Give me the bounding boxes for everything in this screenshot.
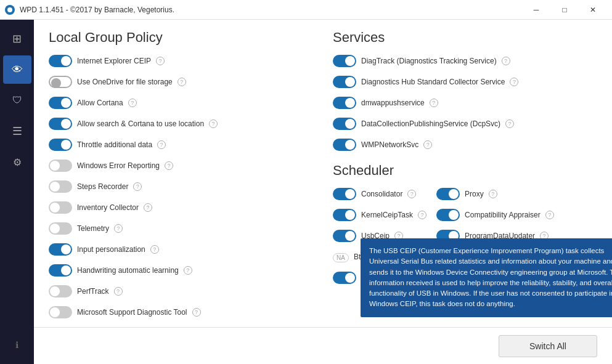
- help-icon[interactable]: ?: [184, 266, 192, 275]
- title-bar-controls: ─ □ ✕: [522, 0, 607, 20]
- item-label: Use OneDrive for file storage: [77, 78, 173, 86]
- onedrive-toggle[interactable]: [49, 76, 72, 88]
- title-bar-text: WPD 1.1.451 - ©2017 by Barnacle, Vegetor…: [20, 6, 174, 14]
- item-label: KernelCeipTask: [361, 211, 413, 219]
- list-item: Compatibility Appraiser ?: [436, 207, 554, 223]
- local-group-policy-section: Local Group Policy Internet Explorer CEI…: [49, 30, 313, 317]
- item-label: Consolidator: [361, 190, 402, 198]
- internet-explorer-ceip-toggle[interactable]: [49, 55, 72, 67]
- help-icon[interactable]: ?: [156, 57, 165, 65]
- list-item: KernelCeipTask ?: [333, 207, 426, 223]
- close-button[interactable]: ✕: [579, 0, 607, 20]
- item-label: DiagTrack (Diagnostics Tracking Service): [361, 57, 497, 65]
- help-icon[interactable]: ?: [505, 119, 514, 128]
- list-item: Allow search & Cortana to use location ?: [49, 116, 313, 132]
- telemetry-toggle[interactable]: [49, 222, 72, 235]
- list-item: dmwappushservice ?: [333, 95, 597, 111]
- windows-error-reporting-toggle[interactable]: [49, 160, 72, 172]
- list-item: Steps Recorder ?: [49, 179, 313, 195]
- sidebar-item-shield[interactable]: 🛡: [3, 86, 31, 115]
- sidebar-item-tools[interactable]: ⚙: [3, 148, 31, 176]
- item-label: DataCollectionPublishingService (DcpSvc): [361, 119, 500, 128]
- list-item: Use OneDrive for file storage ?: [49, 74, 313, 90]
- list-item: Proxy ?: [436, 186, 554, 202]
- item-label: dmwappushservice: [361, 99, 425, 107]
- help-icon[interactable]: ?: [114, 287, 123, 296]
- help-icon[interactable]: ?: [114, 224, 123, 233]
- help-icon[interactable]: ?: [510, 78, 518, 86]
- eye-icon: 👁: [12, 63, 23, 76]
- inventory-collector-toggle[interactable]: [49, 201, 72, 214]
- na-label: NA: [333, 253, 349, 262]
- list-item: Consolidator ?: [333, 186, 426, 202]
- item-label: Windows Error Reporting: [77, 161, 160, 170]
- consolidator-toggle[interactable]: [333, 188, 356, 200]
- item-label: Diagnostics Hub Standard Collector Servi…: [361, 78, 505, 86]
- item-label: Input personalization: [77, 245, 145, 254]
- handwriting-toggle[interactable]: [49, 264, 72, 277]
- list-item: Handwriting automatic learning ?: [49, 262, 313, 278]
- allow-cortana-toggle[interactable]: [49, 97, 72, 109]
- main-window: WPD 1.1.451 - ©2017 by Barnacle, Vegetor…: [0, 0, 612, 364]
- help-icon[interactable]: ?: [133, 182, 142, 191]
- tooltip-box: The USB CEIP (Customer Experience Improv…: [361, 238, 612, 317]
- proxy-toggle[interactable]: [436, 188, 460, 200]
- dcpsvc-toggle[interactable]: [333, 118, 356, 130]
- sidebar-item-list[interactable]: ☰: [3, 117, 31, 145]
- item-label: Compatibility Appraiser: [465, 211, 541, 219]
- title-bar: WPD 1.1.451 - ©2017 by Barnacle, Vegetor…: [0, 0, 612, 20]
- perftrack-toggle[interactable]: [49, 285, 72, 297]
- sidebar-item-grid[interactable]: ⊞: [3, 25, 31, 53]
- minimize-button[interactable]: ─: [522, 0, 550, 20]
- list-item: DiagTrack (Diagnostics Tracking Service)…: [333, 53, 597, 69]
- help-icon[interactable]: ?: [128, 99, 137, 107]
- compat-appraiser-toggle[interactable]: [436, 209, 460, 221]
- help-icon[interactable]: ?: [489, 190, 497, 198]
- kernelceip-toggle[interactable]: [333, 209, 356, 221]
- msdt-toggle[interactable]: [49, 306, 72, 318]
- help-icon[interactable]: ?: [430, 99, 438, 107]
- input-personalization-toggle[interactable]: [49, 243, 72, 256]
- list-item: Allow Cortana ?: [49, 95, 313, 111]
- diag-hub-toggle[interactable]: [333, 76, 356, 88]
- wmpnetwork-toggle[interactable]: [333, 139, 356, 151]
- item-label: Throttle additional data: [77, 140, 152, 149]
- help-icon[interactable]: ?: [502, 57, 510, 65]
- item-label: Steps Recorder: [77, 182, 128, 191]
- list-item: Input personalization ?: [49, 241, 313, 257]
- help-icon[interactable]: ?: [192, 308, 201, 317]
- svg-point-0: [7, 7, 12, 12]
- usbceip-toggle[interactable]: [333, 230, 356, 242]
- cortana-location-toggle[interactable]: [49, 118, 72, 130]
- sidebar-item-info[interactable]: ℹ: [3, 331, 31, 359]
- diagtrack-toggle[interactable]: [333, 55, 356, 67]
- sidebar-item-eye[interactable]: 👁: [3, 55, 31, 84]
- steps-recorder-toggle[interactable]: [49, 180, 72, 193]
- maximize-button[interactable]: □: [550, 0, 579, 20]
- bthsqm-na-badge: NA: [333, 251, 349, 262]
- app-icon: [5, 5, 15, 15]
- services-title: Services: [333, 30, 597, 46]
- help-icon[interactable]: ?: [144, 203, 152, 212]
- scheduler-title: Scheduler: [333, 163, 597, 179]
- item-label: WMPNetworkSvc: [361, 140, 418, 149]
- item-label: Inventory Collector: [77, 203, 139, 212]
- switch-all-button[interactable]: Switch All: [499, 335, 597, 357]
- help-icon[interactable]: ?: [150, 245, 159, 254]
- help-icon[interactable]: ?: [165, 161, 173, 170]
- footer: Switch All: [34, 327, 612, 364]
- help-icon[interactable]: ?: [418, 211, 426, 219]
- tools-icon: ⚙: [13, 156, 22, 168]
- help-icon[interactable]: ?: [177, 78, 186, 86]
- help-icon[interactable]: ?: [407, 190, 416, 198]
- sqmtask-toggle[interactable]: [333, 272, 356, 284]
- help-icon[interactable]: ?: [157, 140, 166, 149]
- dmwappush-toggle[interactable]: [333, 97, 356, 109]
- help-icon[interactable]: ?: [423, 140, 432, 149]
- list-icon: ☰: [12, 124, 22, 138]
- help-icon[interactable]: ?: [545, 211, 554, 219]
- sidebar: ⊞ 👁 🛡 ☰ ⚙ ℹ: [0, 20, 34, 364]
- item-label: Telemetry: [77, 224, 109, 233]
- help-icon[interactable]: ?: [209, 119, 218, 128]
- throttle-toggle[interactable]: [49, 139, 72, 151]
